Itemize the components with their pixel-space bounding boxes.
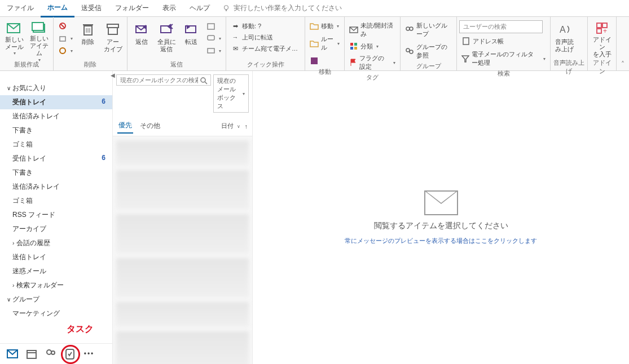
read-aloud-label: 音声読み上げ	[555, 38, 574, 53]
new-group-button[interactable]: 新しいグループ	[403, 20, 454, 39]
tab-file[interactable]: ファイル	[0, 0, 41, 16]
folder-name: 迷惑メール	[12, 267, 46, 276]
svg-line-6	[60, 24, 65, 28]
search-icon[interactable]	[200, 77, 208, 85]
address-book-button[interactable]: アドレス帳	[459, 35, 506, 47]
quick-boss-button[interactable]: →上司に転送	[228, 32, 302, 43]
folder-item[interactable]: 下書き	[0, 123, 112, 137]
im-reply-button[interactable]: ▾	[204, 33, 223, 44]
folder-name: 送信済みトレイ	[12, 182, 60, 192]
folder-name: 受信トレイ	[12, 97, 46, 107]
folder-name: 送信トレイ	[12, 252, 46, 262]
tasks-nav-icon[interactable]	[64, 348, 76, 359]
ignore-button[interactable]	[56, 20, 75, 32]
preview-toggle-link[interactable]: 常にメッセージのプレビューを表示する場合はここをクリックします	[345, 237, 537, 245]
chevron-down-icon: ▾	[393, 60, 395, 65]
im-icon	[206, 34, 215, 43]
move-button[interactable]: 移動▾	[307, 20, 341, 32]
folder-item[interactable]: 受信トレイ6	[0, 95, 112, 109]
browse-groups-button[interactable]: グループの参照	[403, 42, 454, 61]
search-folders[interactable]: › 検索フォルダー	[0, 278, 112, 292]
mail-nav-icon[interactable]	[7, 348, 18, 359]
junk-icon	[58, 46, 67, 55]
category-button[interactable]: 分類▾	[347, 41, 381, 52]
people-search-input[interactable]: ユーザーの検索	[459, 20, 543, 33]
quick-team-button[interactable]: ✉チーム宛て電子メ…	[228, 43, 302, 54]
other-tab[interactable]: その他	[139, 119, 161, 133]
flag-button[interactable]: フラグの設定▾	[347, 53, 398, 72]
focused-tab[interactable]: 優先	[117, 118, 133, 134]
folder-item[interactable]: 送信トレイ	[0, 250, 112, 264]
people-nav-icon[interactable]	[45, 348, 56, 359]
sort-direction-button[interactable]: ↑	[245, 123, 248, 130]
message-item[interactable]	[116, 302, 249, 327]
onenote-button[interactable]	[307, 55, 321, 66]
calendar-nav-icon[interactable]	[26, 348, 37, 359]
quick-move-button[interactable]: ➡移動: ?	[228, 20, 302, 32]
message-item[interactable]	[116, 331, 249, 364]
lightbulb-icon	[222, 5, 230, 12]
ignore-icon	[58, 21, 67, 30]
svg-point-8	[60, 48, 65, 54]
groups-section[interactable]: ∨ グループ	[0, 292, 112, 307]
favorites-section[interactable]: ∨ お気に入り	[0, 81, 112, 95]
address-book-label: アドレス帳	[473, 37, 504, 46]
search-scope-dropdown[interactable]: 現在のメールボックス▾	[213, 74, 249, 113]
cleanup-button[interactable]: ▾	[56, 33, 75, 44]
folder-item[interactable]: アーカイブ	[0, 222, 112, 236]
reading-hint: 閲覧するアイテムを選択してください	[374, 221, 508, 231]
sort-by-button[interactable]: 日付 ∨	[221, 122, 240, 130]
mailbox-search-input[interactable]	[116, 74, 211, 86]
folder-item[interactable]: 迷惑メール	[0, 264, 112, 278]
folder-item[interactable]: ゴミ箱	[0, 194, 112, 208]
folder-item[interactable]: 送信済みトレイ	[0, 180, 112, 194]
collapse-ribbon-button[interactable]: ˄	[617, 58, 629, 70]
svg-rect-1	[226, 9, 227, 11]
read-aloud-button[interactable]: A 音声読み上げ	[553, 20, 577, 57]
tab-sendrecv[interactable]: 送受信	[74, 0, 108, 16]
folder-item[interactable]: マーケティング	[0, 307, 112, 321]
delete-button[interactable]: 削除	[76, 20, 100, 57]
meeting-reply-button[interactable]	[204, 20, 223, 32]
reply-button[interactable]: 返信	[130, 20, 153, 57]
junk-button[interactable]: ▾	[56, 45, 75, 56]
message-item[interactable]	[116, 258, 249, 298]
svg-rect-21	[208, 48, 214, 53]
more-reply-button[interactable]: ▾	[204, 45, 223, 56]
chevron-down-icon: ▾	[71, 48, 73, 54]
forward-button[interactable]: 転送	[179, 20, 203, 57]
folder-item[interactable]: 受信トレイ6	[0, 152, 112, 166]
message-item[interactable]	[116, 170, 249, 210]
tell-me-box[interactable]: 実行したい作業を入力してください	[222, 3, 342, 13]
tab-folder[interactable]: フォルダー	[108, 0, 156, 16]
folder-item[interactable]: RSS フィード	[0, 208, 112, 222]
more-nav-icon[interactable]: •••	[83, 348, 95, 359]
rules-button[interactable]: ルール▾	[307, 34, 342, 53]
svg-rect-43	[66, 349, 74, 359]
folder-name: ゴミ箱	[12, 140, 33, 149]
message-item[interactable]	[116, 141, 249, 166]
search-folders-label: 検索フォルダー	[16, 281, 64, 289]
tab-help[interactable]: ヘルプ	[183, 0, 217, 16]
new-mail-button[interactable]: 新しいメール▾	[2, 20, 26, 57]
get-addins-button[interactable]: + アドインを入手	[590, 20, 614, 57]
conversation-history-folder[interactable]: › 会話の履歴	[0, 236, 112, 250]
chevron-down-icon: ▾	[337, 41, 340, 46]
folder-name: ゴミ箱	[12, 196, 33, 206]
folder-item[interactable]: 送信済みトレイ	[0, 109, 112, 123]
folder-name: RSS フィード	[12, 210, 55, 220]
tab-home[interactable]: ホーム	[41, 0, 74, 17]
folder-item[interactable]: 下書き	[0, 166, 112, 180]
new-items-button[interactable]: 新しいアイテム▾	[27, 20, 51, 57]
unread-button[interactable]: 未読/開封済み	[347, 20, 398, 39]
delete-label: 削除	[82, 38, 94, 46]
tab-view[interactable]: 表示	[156, 0, 183, 16]
filter-email-button[interactable]: 電子メールのフィルター処理▾	[459, 49, 548, 68]
reply-all-button[interactable]: 全員に返信	[155, 20, 178, 57]
folder-count: 6	[102, 154, 105, 163]
archive-button[interactable]: アーカイブ	[101, 20, 125, 57]
message-item[interactable]	[116, 214, 249, 254]
collapse-folder-pane-button[interactable]: ◀	[111, 72, 115, 78]
folder-item[interactable]: ゴミ箱	[0, 137, 112, 152]
reply-label: 返信	[135, 38, 148, 46]
